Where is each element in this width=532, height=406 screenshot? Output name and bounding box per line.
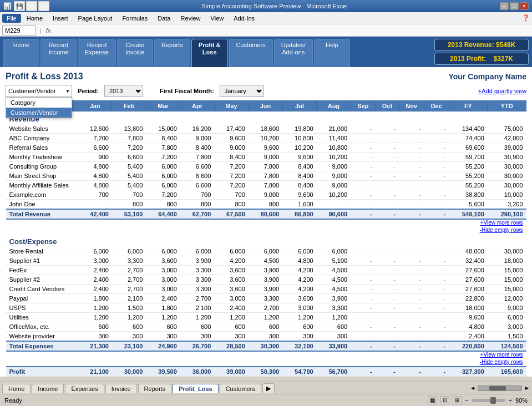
zoom-in-button[interactable]: + — [509, 397, 512, 404]
formula-input[interactable] — [53, 27, 530, 34]
scroll-right-icon[interactable]: ► — [524, 385, 530, 391]
cell-reference[interactable]: M229 — [2, 26, 36, 35]
cell: 11,400 — [317, 134, 351, 143]
nav-record-income[interactable]: RecordIncome — [40, 39, 77, 67]
cell: - — [351, 256, 376, 266]
menu-file[interactable]: File — [2, 14, 21, 23]
sheet-tab-invoice[interactable]: Invoice — [105, 384, 137, 393]
sheet-tab-income[interactable]: Income — [32, 384, 64, 393]
cell: 30,300 — [249, 341, 282, 351]
row-name: Example.com — [6, 190, 78, 200]
view-more-revenue-link[interactable]: +View more rows — [6, 219, 526, 227]
redo-tb[interactable]: ↪ — [38, 1, 49, 11]
add-quarterly-link[interactable]: +Add quartly view — [478, 88, 526, 94]
cell: - — [399, 190, 424, 200]
help-icon[interactable]: ❓ — [522, 14, 530, 22]
menu-formulas[interactable]: Formulas — [118, 14, 152, 23]
nav-customers[interactable]: Customers — [229, 39, 273, 67]
cell: 80,600 — [249, 209, 282, 219]
nav-help[interactable]: Help — [314, 39, 350, 67]
menu-view[interactable]: View — [206, 14, 229, 23]
sheet-tab-expenses[interactable]: Expenses — [65, 384, 104, 393]
cell: 24,900 — [146, 341, 180, 351]
cell: 3,300 — [180, 266, 214, 275]
sheet-tab-extra[interactable]: ▶ — [262, 383, 275, 393]
hide-empty-expense-link[interactable]: -Hide empty rows — [6, 359, 526, 367]
cell: 4,500 — [317, 285, 351, 294]
cell: 7,200 — [146, 153, 180, 162]
cell: 53,100 — [112, 209, 146, 219]
menu-addins[interactable]: Add-Ins — [229, 14, 259, 23]
cell: 30,000 — [488, 162, 526, 171]
menu-review[interactable]: Review — [176, 14, 205, 23]
nav-updates[interactable]: Updates/Add-ons — [274, 39, 313, 67]
zoom-slider[interactable] — [472, 399, 505, 402]
cell: - — [376, 367, 399, 377]
cell: 54,700 — [282, 367, 316, 377]
sheet-tab-home[interactable]: Home — [2, 384, 31, 393]
close-button[interactable]: ✕ — [520, 2, 529, 10]
maximize-button[interactable]: □ — [510, 2, 519, 10]
fiscal-select[interactable]: January February March — [220, 85, 264, 97]
cell: 3,600 — [146, 256, 180, 266]
cell: 10,200 — [249, 134, 282, 143]
cell: 33,900 — [317, 341, 351, 351]
filter-row: Customer/Vendor Category Category Custom… — [6, 85, 526, 97]
view-normal-icon[interactable]: ▦ — [428, 396, 437, 404]
cell: - — [351, 162, 376, 171]
cell: 220,800 — [449, 341, 488, 351]
cell: 3,900 — [317, 294, 351, 303]
cell: 13,800 — [112, 124, 146, 134]
cell: 18,000 — [449, 303, 488, 313]
zoom-out-button[interactable]: − — [465, 397, 468, 404]
menu-data[interactable]: Data — [153, 14, 175, 23]
scroll-left-icon[interactable]: ◄ — [470, 385, 475, 391]
view-page-icon[interactable]: ⊞ — [453, 396, 462, 404]
save-tb[interactable]: 💾 — [14, 1, 25, 11]
row-name: Paypal — [6, 294, 78, 303]
cell: - — [399, 256, 424, 266]
row-name: USPS — [6, 303, 78, 313]
dropdown-item-category[interactable]: Category — [6, 98, 72, 108]
nav-reports[interactable]: Reports — [154, 39, 190, 67]
cell: 3,600 — [214, 285, 248, 294]
cell: 62,700 — [180, 209, 214, 219]
table-row: Credit Card Vendors 2,4002,7003,0003,300… — [6, 285, 526, 294]
cell: - — [317, 200, 351, 210]
sheet-tab-reports[interactable]: Reports — [138, 384, 172, 393]
total-revenue-row: Total Revenue 42,40053,10064,40062,70067… — [6, 209, 526, 219]
nav-home[interactable]: Home — [3, 39, 39, 67]
groupby-select[interactable]: Customer/Vendor Category — [6, 85, 72, 97]
cell: 1,200 — [282, 313, 316, 322]
horizontal-scrollbar[interactable] — [478, 385, 522, 391]
row-name: OfficeMax, etc. — [6, 322, 78, 332]
dropdown-item-customervendor[interactable]: Customer/Vendor — [6, 108, 72, 118]
nav-record-expense[interactable]: RecordExpense — [78, 39, 116, 67]
nav-profit-loss[interactable]: Profit &Loss — [191, 39, 228, 67]
cell: 7,800 — [146, 143, 180, 153]
profit-stat: 2013 Profit: $327K — [434, 53, 529, 65]
menu-home[interactable]: Home — [22, 14, 47, 23]
cell: 6,000 — [78, 247, 112, 256]
col-header-feb: Feb — [112, 101, 146, 111]
cell: 12,600 — [78, 124, 112, 134]
menu-insert[interactable]: Insert — [48, 14, 73, 23]
undo-tb[interactable]: ↩ — [26, 1, 37, 11]
minimize-button[interactable]: ─ — [500, 2, 509, 10]
cell: 18,600 — [249, 124, 282, 134]
col-header-dec: Dec — [424, 101, 449, 111]
view-more-expense-link[interactable]: +View more rows — [6, 351, 526, 359]
cell: 3,600 — [282, 294, 316, 303]
cell: - — [399, 143, 424, 153]
period-select[interactable]: 2013 2012 2014 — [104, 85, 143, 97]
sheet-tab-customers[interactable]: Customers — [220, 384, 261, 393]
hide-empty-revenue-link[interactable]: -Hide empty rows — [6, 227, 526, 234]
table-row: Website provider 30030030030030030030030… — [6, 332, 526, 342]
view-layout-icon[interactable]: ⊡ — [440, 396, 449, 404]
cell: 2,700 — [180, 294, 214, 303]
sheet-tab-profitloss[interactable]: Profit_Loss — [173, 384, 219, 393]
main-content: Profit & Loss 2013 Your Company Name Cus… — [0, 67, 532, 377]
cell: 300 — [282, 332, 316, 342]
nav-create-invoice[interactable]: CreateInvoice — [117, 39, 153, 67]
menu-pagelayout[interactable]: Page Layout — [74, 14, 117, 23]
